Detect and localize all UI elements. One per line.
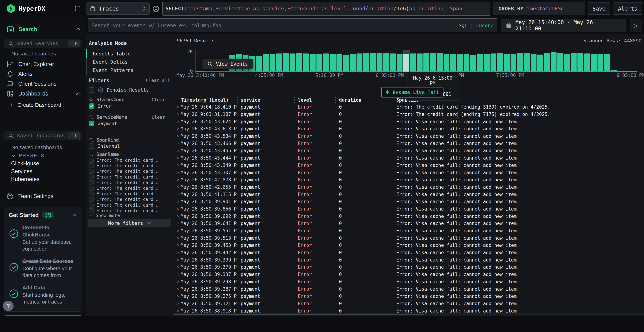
sql-select-editor[interactable]: SELECT Timestamp, ServiceName as service…: [162, 2, 490, 16]
chevron-up-icon[interactable]: [76, 92, 81, 96]
filter-option[interactable]: Error: The credit card …: [89, 163, 171, 168]
more-filters-button[interactable]: More filters: [88, 219, 171, 227]
analysis-mode-results-table[interactable]: Results Table: [93, 50, 130, 58]
clear-all-link[interactable]: Clear all: [146, 78, 170, 83]
filter-clear-link[interactable]: Clear: [152, 97, 165, 102]
row-expander-icon[interactable]: >: [177, 192, 181, 197]
table-row[interactable]: >May 26 8:50:43.624 PMpaymentError0Error…: [173, 118, 644, 125]
row-expander-icon[interactable]: >: [177, 170, 181, 175]
table-row[interactable]: >May 26 8:50:39.298 PMpaymentError0Error…: [173, 278, 644, 286]
row-expander-icon[interactable]: >: [177, 112, 181, 117]
checkbox-checked[interactable]: [89, 121, 94, 126]
table-row[interactable]: >May 26 8:50:39.287 PMpaymentError0Error…: [173, 285, 644, 293]
checkbox-unchecked[interactable]: [89, 164, 94, 168]
column-resize-handle[interactable]: [393, 97, 393, 103]
table-row[interactable]: >May 26 9:03:31.187 PMpaymentError0Error…: [173, 111, 644, 118]
sidebar-preset-services[interactable]: Services: [11, 168, 86, 174]
table-row[interactable]: >May 26 8:50:39.399 PMpaymentError0Error…: [173, 256, 644, 264]
chevron-up-icon[interactable]: [72, 214, 77, 217]
checkbox-unchecked[interactable]: [89, 203, 94, 208]
chevron-up-icon[interactable]: [76, 28, 81, 31]
row-expander-icon[interactable]: >: [177, 184, 181, 190]
checkbox-checked[interactable]: [89, 104, 94, 109]
table-row[interactable]: >May 26 8:50:43.534 PMpaymentError0Error…: [173, 132, 644, 140]
table-row[interactable]: >May 26 8:50:39.453 PMpaymentError0Error…: [173, 242, 644, 249]
saved-dashboards-input[interactable]: Saved Dashboards ⌘K: [4, 131, 82, 140]
get-started-item[interactable]: Add DataStart sending logs, metrics, or …: [9, 284, 77, 305]
table-row[interactable]: >May 26 8:50:39.641 PMpaymentError0Error…: [173, 220, 644, 227]
filter-option[interactable]: Error: The credit card …: [89, 186, 171, 191]
filter-option[interactable]: Error: The credit card …: [89, 202, 171, 208]
row-expander-icon[interactable]: >: [177, 148, 181, 153]
row-expander-icon[interactable]: >: [177, 156, 181, 160]
table-row[interactable]: >May 26 8:50:43.613 PMpaymentError0Error…: [173, 125, 644, 132]
filter-option[interactable]: Error: The credit card …: [89, 180, 171, 186]
presets-toggle[interactable]: PRESETS: [11, 153, 86, 158]
sidebar-item-alerts[interactable]: Alerts: [0, 70, 86, 78]
saved-searches-input[interactable]: Saved Searches ⌘K: [4, 39, 82, 48]
row-expander-icon[interactable]: >: [177, 301, 181, 306]
event-search-input[interactable]: Search your events w/ Lucene ex. column:…: [88, 18, 497, 32]
analysis-mode-event-patterns[interactable]: Event Patterns: [93, 66, 134, 74]
create-dashboard-button[interactable]: + Create Dashboard: [10, 102, 86, 108]
column-resize-handle[interactable]: [237, 97, 238, 103]
table-row[interactable]: >May 26 8:50:42.878 PMpaymentError0Error…: [173, 176, 644, 184]
source-select[interactable]: Traces: [86, 2, 150, 15]
row-expander-icon[interactable]: >: [177, 250, 181, 255]
table-row[interactable]: >May 26 8:50:39.442 PMpaymentError0Error…: [173, 249, 644, 256]
checkbox-unchecked[interactable]: [89, 186, 94, 191]
table-row[interactable]: >May 26 8:50:39.379 PMpaymentError0Error…: [173, 264, 644, 271]
row-expander-icon[interactable]: >: [177, 134, 181, 139]
source-settings-gear-icon[interactable]: [152, 5, 160, 12]
filter-option[interactable]: Error: The credit card …: [89, 174, 171, 180]
filter-option[interactable]: payment: [89, 121, 171, 126]
filter-option[interactable]: Error: The credit card …: [89, 197, 171, 202]
filter-option[interactable]: Error: The credit card …: [89, 191, 171, 196]
horizontal-scrollbar[interactable]: [173, 314, 644, 316]
filter-option[interactable]: Error: The credit card …: [89, 169, 171, 174]
table-row[interactable]: >May 26 8:50:39.856 PMpaymentError0Error…: [173, 205, 644, 213]
row-expander-icon[interactable]: >: [177, 177, 181, 182]
table-row[interactable]: >May 26 8:50:43.349 PMpaymentError0Error…: [173, 162, 644, 169]
sidebar-preset-kubernetes[interactable]: Kubernetes: [11, 176, 86, 182]
row-expander-icon[interactable]: >: [177, 163, 181, 168]
filter-option[interactable]: Error: The credit card …: [89, 158, 171, 163]
filter-option[interactable]: Internal: [89, 144, 171, 149]
checkbox-unchecked[interactable]: [89, 169, 94, 174]
help-button[interactable]: ?: [3, 301, 14, 311]
filter-clear-link[interactable]: Clear: [152, 115, 165, 120]
get-started-item[interactable]: Connect to ClickHouseSet up your databas…: [9, 224, 77, 252]
table-row[interactable]: >May 26 8:50:39.692 PMpaymentError0Error…: [173, 212, 644, 220]
row-expander-icon[interactable]: >: [177, 294, 181, 299]
row-expander-icon[interactable]: >: [177, 104, 181, 110]
row-expander-icon[interactable]: >: [177, 221, 181, 226]
checkbox-unchecked[interactable]: [89, 180, 94, 185]
table-row[interactable]: >May 26 8:50:43.455 PMpaymentError0Error…: [173, 147, 644, 154]
save-button[interactable]: Save: [588, 2, 610, 15]
row-expander-icon[interactable]: >: [177, 126, 181, 131]
row-expander-icon[interactable]: >: [177, 228, 181, 233]
table-row[interactable]: >May 26 8:50:39.275 PMpaymentError0Error…: [173, 293, 644, 300]
table-row[interactable]: >May 26 8:50:43.444 PMpaymentError0Error…: [173, 154, 644, 162]
row-expander-icon[interactable]: >: [177, 243, 181, 248]
events-histogram[interactable]: [196, 51, 638, 72]
column-resize-handle[interactable]: [640, 97, 641, 103]
sidebar-item-dashboards[interactable]: Dashboards: [0, 89, 86, 98]
get-started-header[interactable]: Get Started 3/3: [9, 212, 77, 218]
sidebar-item-client-sessions[interactable]: Client Sessions: [0, 80, 86, 88]
lucene-toggle[interactable]: Lucene: [476, 23, 494, 28]
table-row[interactable]: >May 26 9:04:18.410 PMpaymentError0Error…: [173, 104, 644, 111]
run-query-button[interactable]: ▷: [630, 18, 642, 32]
analysis-mode-event-deltas[interactable]: Event Deltas: [93, 58, 128, 66]
row-expander-icon[interactable]: >: [177, 236, 181, 240]
checkbox-unchecked[interactable]: [89, 175, 94, 180]
row-expander-icon[interactable]: >: [177, 119, 181, 124]
user-menu[interactable]: D dale@clickhouse.com dale@clickhouse.co…: [4, 315, 82, 316]
show-more-link[interactable]: Show more: [89, 213, 120, 218]
table-row[interactable]: >May 26 8:50:39.121 PMpaymentError0Error…: [173, 300, 644, 307]
row-expander-icon[interactable]: >: [177, 272, 181, 277]
sidebar-item-search[interactable]: Search: [0, 24, 86, 34]
column-resize-handle[interactable]: [294, 97, 295, 103]
row-expander-icon[interactable]: >: [177, 214, 181, 219]
table-row[interactable]: >May 26 8:50:39.513 PMpaymentError0Error…: [173, 234, 644, 242]
